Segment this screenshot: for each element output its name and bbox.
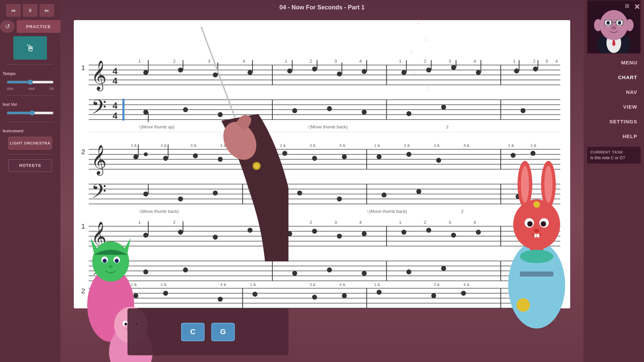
svg-text:2: 2 — [424, 220, 426, 225]
svg-point-50 — [248, 70, 253, 75]
svg-text:3: 3 — [448, 220, 451, 225]
svg-point-106 — [441, 105, 446, 110]
right-sidebar: ⊞ ✕ — [584, 0, 644, 362]
practice-button[interactable]: PRACTICE — [17, 20, 60, 33]
divider-3 — [7, 122, 54, 122]
view-button[interactable]: VIEW — [584, 99, 644, 114]
svg-text:4 &: 4 & — [220, 282, 226, 287]
svg-text:𝄞: 𝄞 — [91, 60, 107, 92]
svg-point-276 — [534, 229, 539, 233]
svg-text:4 &: 4 & — [220, 143, 226, 148]
svg-point-28 — [124, 323, 127, 325]
pause-button[interactable]: ⏸ — [23, 4, 38, 17]
nav-button[interactable]: NAV — [584, 84, 644, 99]
svg-point-147 — [436, 158, 441, 163]
refresh-button[interactable]: ↺ — [0, 20, 15, 33]
svg-text:3 &: 3 & — [191, 143, 197, 148]
svg-point-102 — [327, 106, 332, 111]
svg-text:4: 4 — [112, 76, 117, 86]
tempo-slider[interactable] — [7, 79, 54, 85]
svg-rect-95 — [122, 99, 124, 121]
svg-point-23 — [109, 265, 113, 268]
svg-point-218 — [183, 267, 188, 273]
svg-text:1: 1 — [138, 59, 141, 64]
svg-text:4: 4 — [112, 101, 117, 111]
settings-button[interactable]: SETTINGS — [584, 114, 644, 129]
svg-point-270 — [521, 166, 529, 203]
svg-point-162 — [213, 190, 218, 195]
svg-point-22 — [115, 259, 119, 263]
svg-text:3 &: 3 & — [310, 282, 316, 287]
right-characters — [490, 127, 584, 362]
svg-point-21 — [103, 259, 107, 263]
window-button[interactable]: ⊞ — [625, 3, 629, 9]
svg-point-274 — [527, 221, 533, 227]
svg-point-190 — [248, 228, 253, 233]
svg-text:4: 4 — [243, 59, 245, 64]
svg-text:4 &: 4 & — [339, 282, 345, 287]
svg-point-253 — [431, 293, 436, 298]
svg-point-206 — [426, 228, 431, 233]
svg-point-61 — [337, 71, 342, 76]
svg-point-252 — [377, 290, 382, 295]
svg-point-99 — [218, 112, 223, 117]
current-task-title: CURRENT TASK — [590, 150, 637, 154]
svg-point-169 — [416, 189, 421, 194]
svg-text:2: 2 — [461, 209, 463, 214]
answer-overlay: C G — [127, 308, 288, 355]
svg-point-46 — [178, 67, 183, 72]
svg-text:4: 4 — [112, 111, 117, 121]
svg-point-76 — [476, 70, 481, 75]
help-button[interactable]: HELP — [584, 129, 644, 143]
svg-point-96 — [143, 110, 148, 115]
rewind-button[interactable]: ⏮ — [6, 4, 21, 17]
right-chars-svg — [490, 127, 584, 362]
svg-point-196 — [287, 231, 292, 236]
mouse-icon: 🖱 — [25, 43, 35, 54]
svg-point-72 — [426, 67, 431, 72]
svg-rect-277 — [534, 234, 537, 237]
svg-text:2: 2 — [310, 220, 312, 225]
song-title: 04 - Now For Seconds - Part 1 — [60, 4, 584, 11]
svg-text:3 &: 3 & — [434, 282, 440, 287]
svg-point-101 — [292, 108, 297, 113]
svg-text:1: 1 — [285, 59, 287, 64]
menu-button[interactable]: MENU — [584, 55, 644, 70]
svg-text:2 &: 2 & — [280, 143, 286, 148]
svg-point-275 — [541, 221, 546, 227]
hotkeys-button[interactable]: HOTKEYS — [8, 159, 52, 172]
svg-text:3 &: 3 & — [310, 143, 316, 148]
svg-point-57 — [287, 68, 292, 73]
svg-point-63 — [362, 69, 367, 74]
chart-button[interactable]: CHART — [584, 70, 644, 84]
svg-point-16 — [92, 241, 129, 282]
g-answer-button[interactable]: G — [211, 323, 235, 341]
svg-text:↑(Move thumb back): ↑(Move thumb back) — [367, 209, 407, 214]
forward-button[interactable]: ⏭ — [40, 4, 54, 17]
svg-point-12 — [611, 26, 616, 29]
instrument-button[interactable]: LIGHT ORCHESTRA — [8, 137, 52, 149]
svg-point-246 — [312, 295, 317, 300]
svg-text:3 &: 3 & — [434, 143, 440, 148]
inst-vol-slider-container — [7, 110, 54, 117]
svg-point-208 — [476, 230, 481, 235]
svg-marker-17 — [91, 238, 99, 253]
svg-point-145 — [377, 154, 382, 159]
svg-point-44 — [143, 70, 148, 75]
svg-text:1: 1 — [81, 64, 85, 71]
svg-point-199 — [362, 231, 367, 236]
svg-point-281 — [520, 250, 553, 263]
inst-vol-slider[interactable] — [7, 110, 54, 116]
svg-point-4 — [600, 10, 628, 40]
svg-marker-18 — [122, 238, 131, 253]
close-button[interactable]: ✕ — [634, 3, 640, 11]
svg-point-220 — [292, 271, 297, 276]
svg-point-129 — [193, 153, 198, 158]
svg-text:2: 2 — [310, 59, 312, 64]
c-answer-button[interactable]: C — [181, 323, 205, 341]
svg-point-240 — [218, 297, 223, 302]
svg-text:1 &: 1 & — [250, 282, 256, 287]
svg-point-98 — [183, 107, 188, 112]
svg-point-279 — [533, 201, 540, 208]
character-portrait — [587, 0, 641, 54]
